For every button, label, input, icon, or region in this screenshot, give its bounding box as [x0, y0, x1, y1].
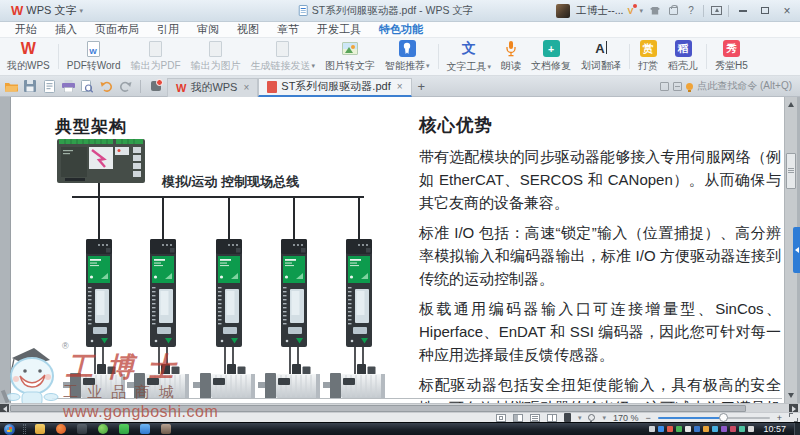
- print-icon[interactable]: [61, 79, 75, 93]
- chevron-down-icon[interactable]: ▾: [578, 414, 582, 422]
- horizontal-scroll-thumb[interactable]: [10, 405, 746, 412]
- tab-insert[interactable]: 插入: [46, 22, 86, 37]
- taskbar-app-blue[interactable]: [140, 424, 150, 434]
- skin-icon[interactable]: [649, 5, 661, 17]
- tray-icon[interactable]: [730, 426, 736, 432]
- print-preview-icon[interactable]: [80, 79, 94, 93]
- open-folder-icon[interactable]: [4, 79, 18, 93]
- text-tool-icon: 文: [462, 40, 476, 58]
- text-tool-button[interactable]: 文 文字工具▾: [442, 39, 497, 74]
- redo-icon[interactable]: [118, 79, 132, 93]
- shop-icon[interactable]: [667, 5, 679, 17]
- new-tab-button[interactable]: +: [418, 79, 426, 94]
- two-page-icon[interactable]: [547, 414, 557, 422]
- tray-icon[interactable]: [694, 426, 700, 432]
- doc-tab-my-wps[interactable]: W 我的WPS ×: [167, 78, 258, 97]
- export-icon[interactable]: [42, 79, 56, 93]
- maximize-button[interactable]: [757, 0, 773, 21]
- horizontal-scrollbar[interactable]: [0, 403, 800, 412]
- taskbar-app-dark[interactable]: [77, 424, 87, 434]
- minimize-button[interactable]: [735, 0, 751, 21]
- export-image-button[interactable]: 输出为图片: [186, 39, 246, 74]
- app-menu-button[interactable]: W WPS 文字 ▾: [5, 0, 89, 21]
- tray-icon[interactable]: [667, 426, 673, 432]
- export-pdf-button[interactable]: 输出为PDF: [126, 39, 186, 74]
- tray-icon[interactable]: [748, 426, 754, 432]
- tab-section[interactable]: 章节: [268, 22, 308, 37]
- tab-references[interactable]: 引用: [148, 22, 188, 37]
- tab-review[interactable]: 审阅: [188, 22, 228, 37]
- zoom-slider[interactable]: [658, 417, 770, 419]
- tray-icon[interactable]: [658, 426, 664, 432]
- taskbar-app-wechat[interactable]: [119, 424, 129, 434]
- tray-icon[interactable]: [721, 426, 727, 432]
- tray-icon[interactable]: [649, 426, 655, 432]
- mini-icon-2[interactable]: [673, 82, 682, 91]
- save-icon[interactable]: [23, 79, 37, 93]
- taskbar-app-photo[interactable]: [161, 424, 171, 434]
- taskbar-grip: [23, 424, 26, 434]
- scroll-down-arrow[interactable]: [788, 393, 794, 398]
- tab-page-layout[interactable]: 页面布局: [86, 22, 148, 37]
- assistant-icon[interactable]: [149, 79, 163, 93]
- continuous-view-icon[interactable]: [530, 414, 540, 422]
- avatar[interactable]: [556, 4, 570, 18]
- reward-button[interactable]: 赏 打赏: [633, 39, 663, 74]
- fullscreen-icon[interactable]: [789, 413, 798, 422]
- share-link-button[interactable]: 生成链接发送▾: [246, 39, 321, 74]
- tray-icon[interactable]: [712, 426, 718, 432]
- document-icon: [299, 5, 308, 16]
- tray-icon[interactable]: [685, 426, 691, 432]
- scroll-up-arrow[interactable]: [788, 102, 794, 107]
- chevron-down-icon[interactable]: ▾: [602, 414, 606, 422]
- brand-watermark: 工博士: [66, 349, 189, 385]
- wps-window: W WPS 文字 ▾ ST系列伺服驱动器.pdf - WPS 文字 工博士--.…: [0, 0, 800, 435]
- tray-icon[interactable]: [739, 426, 745, 432]
- mini-icon-1[interactable]: [660, 82, 669, 91]
- mascot-watermark: [0, 346, 66, 408]
- taskbar-app-browser[interactable]: [56, 424, 66, 434]
- single-page-icon[interactable]: [513, 414, 523, 422]
- find-command-hint[interactable]: 点此查找命令 (Alt+Q): [660, 79, 796, 93]
- vertical-scroll-thumb[interactable]: [786, 153, 796, 189]
- task-pane-toggle[interactable]: [793, 227, 800, 273]
- zoom-in-button[interactable]: +: [777, 413, 782, 423]
- taskbar-app-folder[interactable]: [35, 424, 45, 434]
- taskbar-app-green-circle[interactable]: [98, 424, 108, 434]
- read-aloud-button[interactable]: 朗读: [496, 39, 526, 74]
- chevron-down-icon[interactable]: ▾: [639, 7, 643, 15]
- close-icon[interactable]: ×: [243, 82, 249, 93]
- pdf-file-icon: [267, 81, 277, 93]
- docer-button[interactable]: 稻 稻壳儿: [663, 39, 703, 74]
- tab-special-features[interactable]: 特色功能: [370, 22, 432, 37]
- tab-home[interactable]: 开始: [6, 22, 46, 37]
- chevron-down-icon: ▾: [312, 62, 316, 70]
- smart-recommend-button[interactable]: 智能推荐▾: [380, 39, 435, 74]
- read-mode-icon[interactable]: [564, 413, 571, 422]
- undo-icon[interactable]: [99, 79, 113, 93]
- tray-icon[interactable]: [703, 426, 709, 432]
- fit-page-icon[interactable]: [496, 414, 506, 422]
- xiutang-h5-button[interactable]: 秀 秀堂H5: [710, 39, 753, 74]
- close-button[interactable]: ×: [779, 0, 795, 21]
- tab-dev-tools[interactable]: 开发工具: [308, 22, 370, 37]
- vip-badge[interactable]: V: [627, 6, 633, 16]
- image-to-text-button[interactable]: 图片转文字: [320, 39, 380, 74]
- arrange-window-icon[interactable]: [710, 5, 722, 17]
- help-button[interactable]: ?: [685, 5, 697, 17]
- close-icon[interactable]: ×: [397, 81, 403, 92]
- tab-view[interactable]: 视图: [228, 22, 268, 37]
- pdf-to-word-button[interactable]: W PDF转Word: [62, 39, 126, 74]
- doc-repair-button[interactable]: + 文档修复: [526, 39, 576, 74]
- doc-tab-pdf[interactable]: ST系列伺服驱动器.pdf ×: [258, 78, 411, 97]
- paragraph: 带有选配模块的同步驱动器能够接入专用伺服网络（例如 EtherCAT、SERCO…: [419, 145, 781, 214]
- tray-icon[interactable]: [676, 426, 682, 432]
- eye-protect-icon[interactable]: [588, 414, 595, 421]
- show-desktop-button[interactable]: [794, 423, 800, 435]
- zoom-slider-thumb[interactable]: [719, 413, 728, 422]
- zoom-out-button[interactable]: −: [645, 413, 650, 423]
- user-name[interactable]: 工博士--...: [576, 4, 623, 18]
- translate-button[interactable]: A 划词翻译: [576, 39, 626, 74]
- start-button[interactable]: [4, 424, 15, 435]
- my-wps-button[interactable]: W 我的WPS: [2, 39, 55, 74]
